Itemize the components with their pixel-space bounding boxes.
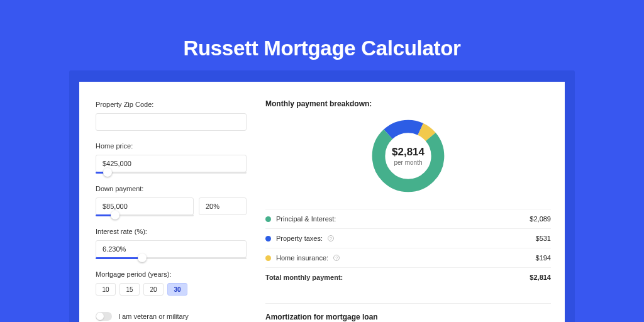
calculator-panel: Property Zip Code: Home price: Down paym… [79, 82, 565, 322]
home-price-slider[interactable] [96, 172, 247, 174]
zip-input[interactable] [96, 113, 247, 131]
breakdown-value: $194 [536, 254, 551, 262]
down-payment-block: Down payment: [96, 185, 247, 216]
legend-dot [265, 236, 271, 242]
veteran-toggle-knob [96, 313, 104, 320]
breakdown-column: Monthly payment breakdown: $2,814 per mo… [265, 99, 551, 322]
breakdown-value: $2,089 [530, 215, 551, 223]
interest-block: Interest rate (%): [96, 228, 247, 259]
period-option-30[interactable]: 30 [167, 283, 187, 296]
breakdown-title: Monthly payment breakdown: [265, 99, 551, 108]
period-option-10[interactable]: 10 [96, 283, 116, 296]
period-label: Mortgage period (years): [96, 270, 247, 278]
donut-sub: per month [394, 159, 422, 166]
interest-input[interactable] [96, 240, 247, 258]
divider [265, 303, 551, 304]
breakdown-row: Home insurance:?$194 [265, 248, 551, 267]
donut-wrap: $2,814 per month [265, 117, 551, 195]
info-icon[interactable]: ? [333, 255, 340, 261]
down-payment-percent-input[interactable] [199, 197, 247, 215]
breakdown-list: Principal & Interest:$2,089Property taxe… [265, 209, 551, 267]
home-price-input[interactable] [96, 155, 247, 172]
period-option-20[interactable]: 20 [143, 283, 164, 296]
veteran-row: I am veteran or military [96, 312, 247, 321]
home-price-label: Home price: [96, 142, 247, 150]
payment-donut-chart: $2,814 per month [369, 117, 447, 195]
interest-slider-thumb[interactable] [138, 253, 147, 262]
breakdown-value: $531 [536, 235, 551, 242]
veteran-toggle[interactable] [96, 312, 112, 321]
form-column: Property Zip Code: Home price: Down paym… [96, 101, 247, 321]
period-block: Mortgage period (years): 10152030 [96, 270, 247, 296]
veteran-label: I am veteran or military [118, 313, 189, 320]
zip-block: Property Zip Code: [96, 101, 247, 131]
down-payment-slider[interactable] [96, 214, 194, 216]
page-title: Russett Mortgage Calculator [0, 0, 644, 60]
breakdown-label: Home insurance: [276, 254, 328, 262]
down-payment-slider-thumb[interactable] [111, 211, 119, 219]
period-options: 10152030 [96, 283, 247, 296]
period-option-15[interactable]: 15 [119, 283, 140, 296]
total-label: Total monthly payment: [265, 274, 343, 281]
breakdown-row: Principal & Interest:$2,089 [265, 209, 551, 228]
zip-label: Property Zip Code: [96, 101, 247, 108]
home-price-block: Home price: [96, 142, 247, 174]
amortization-title: Amortization for mortgage loan [265, 313, 551, 321]
total-value: $2,814 [530, 274, 551, 281]
interest-label: Interest rate (%): [96, 228, 247, 235]
donut-total: $2,814 [392, 146, 425, 158]
home-price-slider-thumb[interactable] [103, 168, 112, 177]
interest-slider[interactable] [96, 257, 247, 259]
donut-center: $2,814 per month [369, 117, 447, 195]
interest-slider-fill [96, 257, 142, 259]
legend-dot [265, 216, 271, 222]
amortization-section: Amortization for mortgage loan Amortizat… [265, 303, 551, 322]
down-payment-label: Down payment: [96, 185, 247, 192]
down-payment-amount-input[interactable] [96, 197, 194, 215]
legend-dot [265, 255, 271, 261]
info-icon[interactable]: ? [328, 235, 334, 242]
breakdown-label: Principal & Interest: [276, 215, 336, 223]
total-row: Total monthly payment: $2,814 [265, 267, 551, 287]
breakdown-row: Property taxes:?$531 [265, 228, 551, 248]
breakdown-label: Property taxes: [276, 235, 323, 242]
